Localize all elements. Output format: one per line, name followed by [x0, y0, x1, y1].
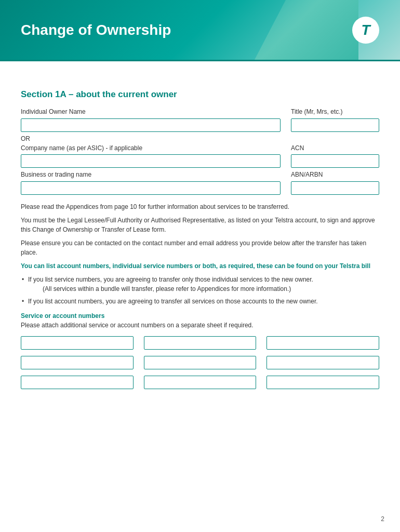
- label-individual-owner: Individual Owner Name: [21, 108, 281, 116]
- group-individual-owner: Individual Owner Name: [21, 108, 281, 132]
- service-input-9[interactable]: [266, 376, 379, 389]
- group-company-name: Company name (as per ASIC) - if applicab…: [21, 144, 281, 168]
- info-text-1: Please read the Appendices from page 10 …: [21, 202, 379, 211]
- bullet-2: If you list account numbers, you are agr…: [21, 297, 379, 306]
- input-trading-name[interactable]: [21, 181, 281, 195]
- page-title: Change of Ownership: [21, 22, 171, 38]
- group-abn: ABN/ARBN: [291, 171, 379, 195]
- page-number: 2: [381, 515, 384, 523]
- info-text-3: Please ensure you can be contacted on th…: [21, 238, 379, 257]
- group-trading-name: Business or trading name: [21, 171, 281, 195]
- info-text-2: You must be the Legal Lessee/Full Author…: [21, 216, 379, 234]
- row-trading: Business or trading name ABN/ARBN: [21, 171, 379, 195]
- input-acn[interactable]: [291, 154, 379, 168]
- header-divider: [0, 60, 400, 61]
- service-input-3[interactable]: [266, 336, 379, 350]
- bullet-points: If you list service numbers, you are agr…: [21, 275, 379, 306]
- label-abn: ABN/ARBN: [291, 171, 379, 179]
- group-title: Title (Mr, Mrs, etc.): [291, 108, 379, 132]
- input-company-name[interactable]: [21, 154, 281, 168]
- service-section-desc: Please attach additional service or acco…: [21, 321, 379, 330]
- group-acn: ACN: [291, 144, 379, 168]
- label-acn: ACN: [291, 144, 379, 153]
- info-paragraphs: Please read the Appendices from page 10 …: [21, 202, 379, 257]
- input-title[interactable]: [291, 118, 379, 132]
- input-individual-owner[interactable]: [21, 118, 281, 132]
- section-1a-title: Section 1A – about the current owner: [21, 89, 379, 100]
- or-text: OR: [21, 135, 379, 142]
- telstra-logo-letter: T: [361, 22, 370, 38]
- service-input-8[interactable]: [144, 376, 257, 389]
- service-input-4[interactable]: [21, 356, 134, 369]
- service-input-2[interactable]: [144, 336, 257, 350]
- service-input-1[interactable]: [21, 336, 134, 350]
- highlight-text: You can list account numbers, individual…: [21, 261, 379, 271]
- service-section: Service or account numbers Please attach…: [21, 312, 379, 389]
- service-input-5[interactable]: [144, 356, 257, 369]
- label-title: Title (Mr, Mrs, etc.): [291, 108, 379, 116]
- telstra-logo: T: [352, 17, 379, 44]
- service-input-7[interactable]: [21, 376, 134, 389]
- header: Change of Ownership T: [0, 0, 400, 60]
- row-company: Company name (as per ASIC) - if applicab…: [21, 144, 379, 168]
- service-section-title: Service or account numbers: [21, 312, 379, 320]
- bullet-1: If you list service numbers, you are agr…: [21, 275, 379, 294]
- page: Change of Ownership T Section 1A – about…: [0, 0, 400, 532]
- input-abn[interactable]: [291, 181, 379, 195]
- row-owner-name: Individual Owner Name Title (Mr, Mrs, et…: [21, 108, 379, 132]
- label-trading-name: Business or trading name: [21, 171, 281, 179]
- service-input-6[interactable]: [266, 356, 379, 369]
- main-content: Section 1A – about the current owner Ind…: [0, 74, 400, 410]
- service-grid: [21, 336, 379, 389]
- bullet-1-sub: (All services within a bundle will trans…: [28, 284, 379, 294]
- label-company-name: Company name (as per ASIC) - if applicab…: [21, 144, 281, 153]
